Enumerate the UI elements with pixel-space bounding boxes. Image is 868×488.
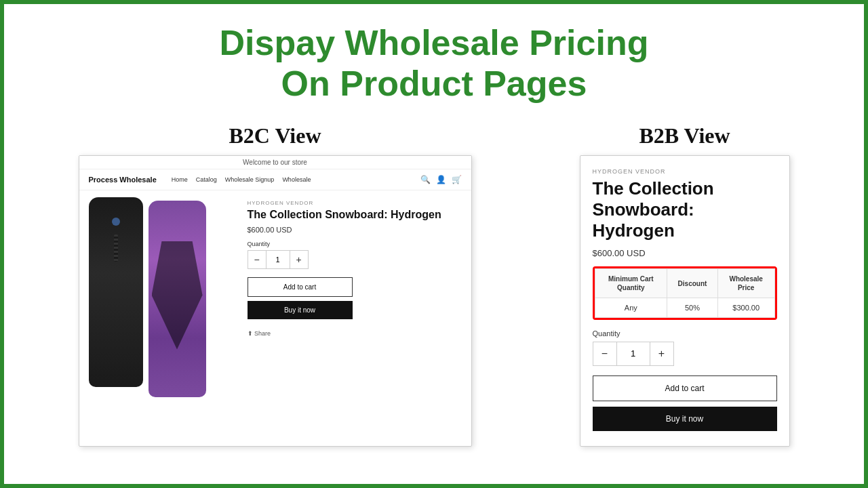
account-icon[interactable]: 👤 [436,175,446,184]
product-images [89,197,238,437]
nav-links: Home Catalog Wholesale Signup Wholesale [172,176,410,183]
pricing-table-wrapper: Minimum CartQuantity Discount WholesaleP… [593,266,777,320]
b2c-buy-it-now-button[interactable]: Buy it now [248,301,353,319]
nav-home[interactable]: Home [172,176,188,183]
nav-wholesale-signup[interactable]: Wholesale Signup [225,176,275,183]
b2b-price: $600.00 USD [593,248,777,258]
b2c-section: B2C View Welcome to our store Process Wh… [79,123,472,447]
store-nav: Process Wholesale Home Catalog Wholesale… [79,169,471,190]
b2b-vendor-label: HYDROGEN VENDOR [593,168,777,175]
nav-wholesale[interactable]: Wholesale [282,176,311,183]
b2b-quantity-label: Quantity [593,329,777,338]
pricing-table: Minimum CartQuantity Discount WholesaleP… [595,268,775,318]
b2c-add-to-cart-button[interactable]: Add to cart [248,277,353,297]
b2b-qty-minus[interactable]: − [593,342,616,365]
b2b-qty-value: 1 [616,342,650,365]
store-logo: Process Wholesale [89,176,157,184]
nav-icons: 🔍 👤 🛒 [420,175,462,184]
b2c-quantity-label: Quantity [248,241,462,247]
cell-wholesale-price: $300.00 [717,298,774,318]
b2b-add-to-cart-button[interactable]: Add to cart [593,375,777,401]
b2c-price: $600.00 USD [248,226,462,234]
title-line1: Dispay Wholesale Pricing [220,23,649,62]
search-icon[interactable]: 🔍 [420,175,431,184]
b2c-product-info: HYDROGEN VENDOR The Collection Snowboard… [248,197,462,437]
cart-icon[interactable]: 🛒 [452,175,462,184]
b2c-qty-minus[interactable]: − [248,251,266,268]
b2b-label: B2B View [639,123,730,148]
col-min-qty: Minimum CartQuantity [595,269,667,298]
snowboard-black-image [89,197,143,387]
cell-discount: 50% [667,298,718,318]
cell-min-qty: Any [595,298,667,318]
b2b-panel: HYDROGEN VENDOR The Collection Snowboard… [580,155,790,447]
table-header-row: Minimum CartQuantity Discount WholesaleP… [595,269,774,298]
b2c-label: B2C View [229,123,321,148]
nav-catalog[interactable]: Catalog [196,176,217,183]
col-wholesale-price: WholesalePrice [717,269,774,298]
title-line2: On Product Pages [281,64,587,103]
b2b-section: B2B View HYDROGEN VENDOR The Collection … [580,123,790,447]
store-top-bar: Welcome to our store [79,156,471,169]
b2c-product-content: HYDROGEN VENDOR The Collection Snowboard… [79,190,471,444]
b2b-product-title: The Collection Snowboard: Hydrogen [593,178,777,242]
b2c-qty-plus[interactable]: + [290,251,308,268]
table-row: Any 50% $300.00 [595,298,774,318]
col-discount: Discount [667,269,718,298]
b2c-panel: Welcome to our store Process Wholesale H… [79,155,472,447]
b2c-product-title: The Collection Snowboard: Hydrogen [248,208,462,222]
b2c-vendor-label: HYDROGEN VENDOR [248,200,462,206]
b2b-quantity-control: − 1 + [593,342,674,366]
b2c-share-link[interactable]: ⬆ Share [248,330,271,337]
b2b-product-content: HYDROGEN VENDOR The Collection Snowboard… [580,156,789,441]
snowboard-purple-image [149,201,206,397]
b2c-quantity-control: − 1 + [248,250,309,269]
b2b-qty-plus[interactable]: + [650,342,673,365]
b2b-buy-it-now-button[interactable]: Buy it now [593,407,777,431]
b2c-qty-value: 1 [266,251,290,268]
page-title: Dispay Wholesale Pricing On Product Page… [4,4,864,117]
views-container: B2C View Welcome to our store Process Wh… [4,123,864,447]
